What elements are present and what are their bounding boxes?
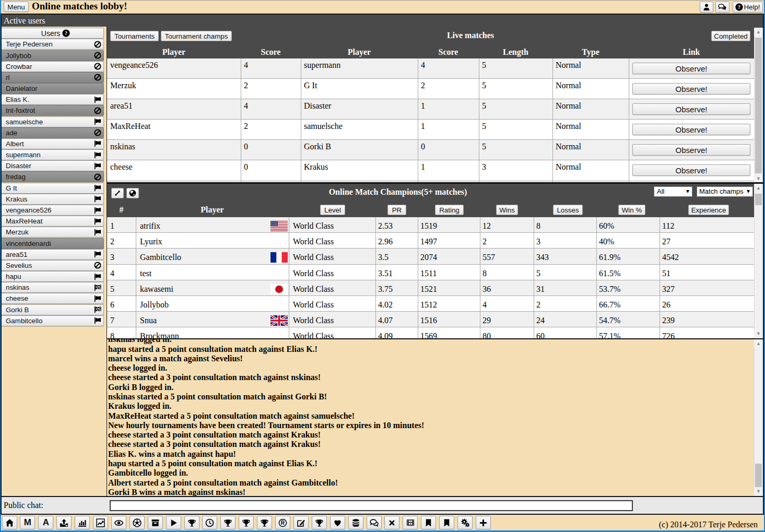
svg-text:R: R xyxy=(281,520,285,526)
svg-text:?: ? xyxy=(738,4,740,10)
svg-text:?: ? xyxy=(65,30,67,36)
